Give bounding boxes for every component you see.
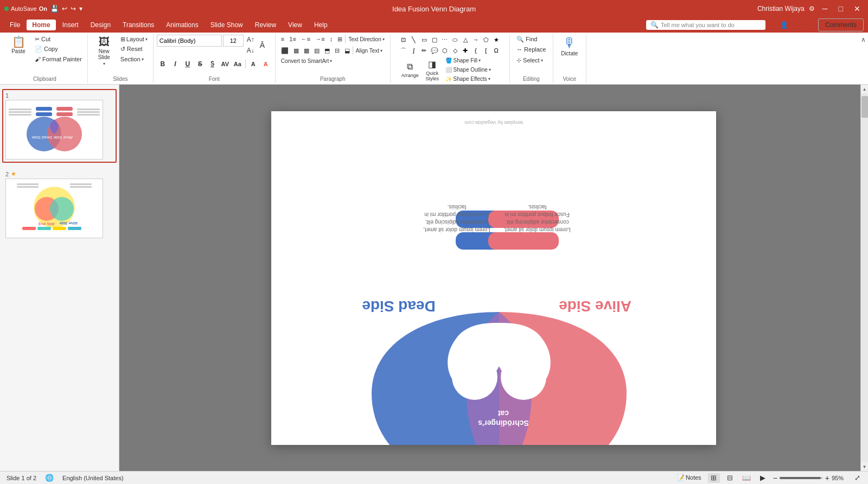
menu-view[interactable]: View [283,20,308,30]
bold-button[interactable]: B [157,58,169,70]
undo-icon[interactable]: ↩ [62,5,67,12]
search-placeholder[interactable]: Tell me what you want to do [661,22,735,28]
zoom-out-btn[interactable]: − [773,474,777,482]
shape-text-box[interactable]: ⊡ [399,35,409,44]
slide-thumb-1[interactable]: 1 De [2,89,117,163]
quick-styles-button[interactable]: ◨ QuickStyles [423,58,442,83]
decrease-font-button[interactable]: A↓ [245,46,257,56]
strikethrough-button[interactable]: S [194,58,206,70]
notes-button[interactable]: 📝 Notes [675,473,704,482]
menu-transitions[interactable]: Transitions [117,20,159,30]
align-right-button[interactable]: ▩ [302,46,311,55]
shape-outline-button[interactable]: ⬜ Shape Outline ▾ [443,66,493,74]
copy-button[interactable]: 📄 Copy [33,44,84,54]
shape-arc[interactable]: ⌒ [399,46,409,55]
shape-rounded-rect[interactable]: ▢ [430,35,439,44]
align-left-button[interactable]: ⬛ [279,46,291,55]
save-icon[interactable]: 💾 [50,5,59,12]
shape-custom[interactable]: Ω [492,46,501,55]
shape-cross[interactable]: ✚ [461,46,470,55]
new-slide-button[interactable]: 🖼 NewSlide ▾ [91,35,117,68]
menu-design[interactable]: Design [85,20,116,30]
char-spacing-button[interactable]: AV [219,58,231,70]
shape-rect[interactable]: ▭ [419,35,429,44]
shape-callout[interactable]: 💬 [430,46,439,55]
find-button[interactable]: 🔍 Find [514,35,539,44]
paste-button[interactable]: 📋 Paste [5,35,31,56]
menu-file[interactable]: File [4,20,25,30]
convert-smartart-button[interactable]: Convert to SmartArt ▾ [279,57,334,66]
line-spacing-button[interactable]: ↕ [328,35,335,44]
dec-indent-button[interactable]: ←≡ [299,35,312,44]
italic-button[interactable]: I [169,58,181,70]
increase-font-button[interactable]: A↑ [245,35,257,45]
shape-brace[interactable]: { [471,46,481,55]
inc-indent-button[interactable]: →≡ [313,35,327,44]
zoom-slider[interactable] [780,477,823,479]
justify-button[interactable]: ▤ [312,46,322,55]
menu-insert[interactable]: Insert [57,20,84,30]
minimize-btn[interactable]: ─ [819,4,831,13]
cut-button[interactable]: ✂ Cut [33,35,84,44]
menu-review[interactable]: Review [250,20,282,30]
collapse-ribbon[interactable]: ∧ [861,34,866,83]
comments-button[interactable]: Comments [818,18,864,31]
select-button[interactable]: ⊹ Select ▾ [514,56,545,65]
reading-view-btn[interactable]: 📖 [741,473,752,483]
format-painter-button[interactable]: 🖌 Format Painter [33,55,84,64]
font-family-input[interactable] [157,35,222,47]
shape-triangle[interactable]: △ [461,35,470,44]
slide-sorter-btn[interactable]: ⊟ [724,473,736,483]
zoom-in-btn[interactable]: + [825,474,829,482]
dictate-button[interactable]: 🎙 Dictate [557,35,583,58]
menu-animations[interactable]: Animations [161,20,203,30]
normal-view-btn[interactable]: ⊞ [708,473,720,483]
menu-slideshow[interactable]: Slide Show [205,20,248,30]
shape-curve[interactable]: ∫ [409,46,419,55]
layout-button[interactable]: ⊞ Layout ▾ [118,35,150,44]
align-top-button[interactable]: ⬒ [322,46,332,55]
scroll-track[interactable] [861,93,868,462]
replace-button[interactable]: ↔ Replace [514,45,548,54]
bullets-button[interactable]: ≡ [279,35,286,44]
shape-freeform[interactable]: ✏ [419,46,429,55]
clear-format-button[interactable]: Ā [258,35,267,56]
right-scrollbar[interactable]: ▲ ▼ [860,85,868,471]
close-btn[interactable]: ✕ [851,4,864,13]
font-size-input[interactable] [223,35,244,47]
underline-button[interactable]: U [182,58,194,70]
font-color-button[interactable]: A [260,58,272,70]
collapse-icon[interactable]: ∧ [861,36,866,43]
change-case-button[interactable]: Aa [232,58,244,70]
shape-more[interactable]: ⋯ [440,35,450,44]
text-direction-button[interactable]: Text Direction ▾ [346,35,387,44]
align-bottom-button[interactable]: ⬓ [342,46,352,55]
slideshow-view-btn[interactable]: ▶ [757,473,769,483]
menu-home[interactable]: Home [27,20,55,30]
shape-diamond[interactable]: ◇ [450,46,460,55]
reset-button[interactable]: ↺ Reset [118,44,150,54]
align-middle-button[interactable]: ⊟ [333,46,342,55]
fit-slide-btn[interactable]: ⤢ [853,473,861,483]
numbering-button[interactable]: 1≡ [287,35,298,44]
shape-star[interactable]: ★ [492,35,501,44]
shadow-button[interactable]: S̲ [207,58,219,70]
menu-help[interactable]: Help [309,20,333,30]
shape-bracket[interactable]: [ [481,46,491,55]
font-color-bg-button[interactable]: A [247,58,259,70]
slide-thumb-2[interactable]: 2 ★ [2,167,117,241]
align-center-button[interactable]: ▦ [291,46,301,55]
restore-btn[interactable]: □ [835,4,846,13]
shape-pentagon[interactable]: ⬠ [481,35,491,44]
scroll-down-btn[interactable]: ▼ [861,462,869,471]
shape-hexagon[interactable]: ⬡ [440,46,450,55]
columns-button[interactable]: ⊞ [335,35,344,44]
share-button[interactable]: 👤 Share [773,18,815,31]
shape-fill-button[interactable]: 🪣 Shape Fill ▾ [443,56,493,65]
shape-line[interactable]: ╲ [409,35,419,44]
shape-arrow[interactable]: → [471,35,481,44]
arrange-button[interactable]: ⧉ Arrange [399,60,422,80]
shape-effects-button[interactable]: ✨ Shape Effects ▾ [443,75,493,84]
settings-icon[interactable]: ⚙ [809,5,815,12]
section-button[interactable]: Section ▾ [118,55,150,64]
